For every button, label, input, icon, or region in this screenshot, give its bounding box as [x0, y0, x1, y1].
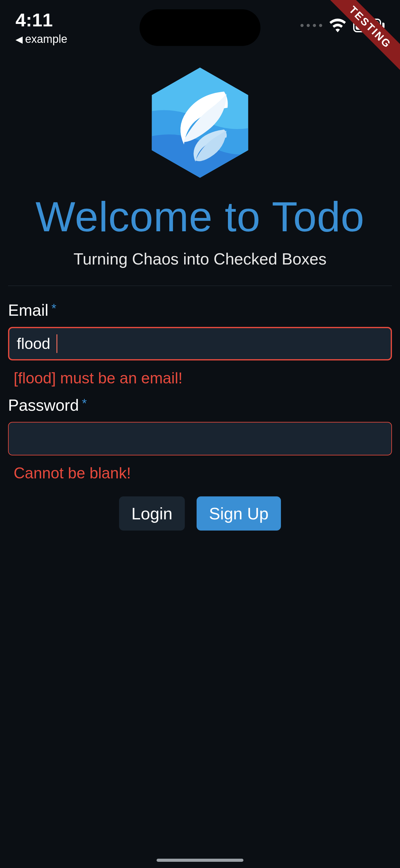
- email-field-group: Email * [flood] must be an email!: [8, 301, 392, 387]
- page-title: Welcome to Todo: [8, 192, 392, 241]
- device-notch: [139, 9, 261, 46]
- logo-wrap: [8, 65, 392, 180]
- page-dots-icon: [300, 24, 322, 27]
- chevron-left-icon: ◀: [15, 34, 23, 45]
- email-error: [flood] must be an email!: [14, 369, 392, 387]
- password-label: Password *: [8, 396, 392, 414]
- password-label-text: Password: [8, 396, 79, 414]
- status-left: 4:11 ◀ example: [15, 9, 67, 45]
- button-row: Login Sign Up: [8, 496, 392, 531]
- status-right: [300, 19, 385, 32]
- email-input-wrap: [8, 327, 392, 361]
- email-input[interactable]: [8, 327, 392, 361]
- app-logo-icon: [143, 65, 257, 180]
- page-subtitle: Turning Chaos into Checked Boxes: [8, 250, 392, 268]
- wifi-icon: [329, 19, 346, 32]
- signup-button[interactable]: Sign Up: [197, 496, 281, 531]
- login-button[interactable]: Login: [119, 496, 185, 531]
- back-to-app-label: example: [25, 33, 67, 45]
- password-error: Cannot be blank!: [14, 464, 392, 482]
- password-input[interactable]: [8, 422, 392, 456]
- back-to-app[interactable]: ◀ example: [15, 33, 67, 45]
- password-field-group: Password * Cannot be blank!: [8, 396, 392, 482]
- email-label-text: Email: [8, 301, 48, 319]
- password-input-wrap: [8, 422, 392, 456]
- home-indicator[interactable]: [157, 859, 243, 862]
- divider: [8, 286, 392, 286]
- text-cursor: [57, 334, 57, 353]
- required-asterisk: *: [82, 397, 87, 409]
- battery-icon: [353, 19, 385, 32]
- required-asterisk: *: [52, 302, 57, 314]
- email-label: Email *: [8, 301, 392, 319]
- main-content: Welcome to Todo Turning Chaos into Check…: [0, 56, 400, 531]
- status-time: 4:11: [15, 9, 67, 31]
